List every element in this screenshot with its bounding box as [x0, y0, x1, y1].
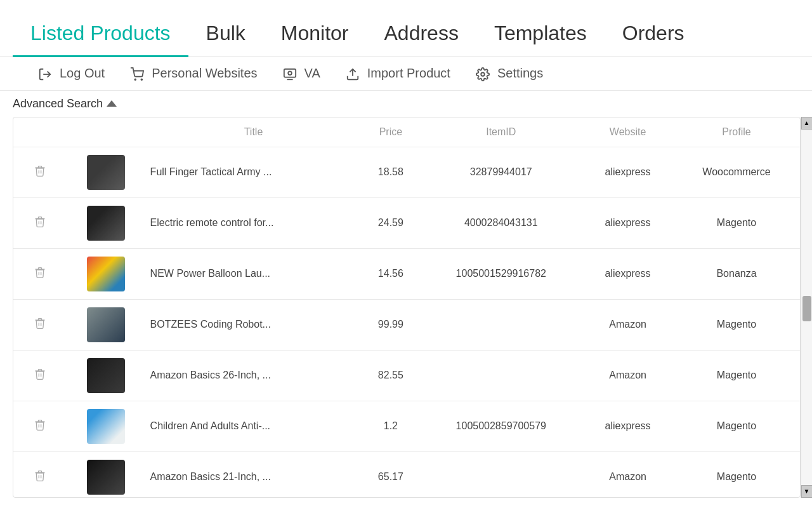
title-cell: Amazon Basics 26-Inch, ... — [145, 350, 362, 401]
advanced-search-label: Advanced Search — [13, 97, 103, 110]
item-id-cell — [419, 451, 582, 498]
import-product-button[interactable]: Import Product — [346, 66, 450, 81]
delete-icon[interactable] — [29, 471, 51, 485]
product-image — [87, 206, 125, 241]
delete-cell[interactable] — [13, 197, 67, 248]
image-cell — [67, 401, 145, 451]
website-cell: Amazon — [582, 451, 673, 498]
profile-cell: Magento — [673, 451, 800, 498]
import-icon — [346, 66, 362, 81]
nav-monitor[interactable]: Monitor — [263, 22, 367, 57]
nav-address[interactable]: Address — [367, 22, 476, 57]
image-cell — [67, 197, 145, 248]
image-cell — [67, 350, 145, 401]
delete-cell[interactable] — [13, 248, 67, 299]
profile-cell: Woocommerce — [673, 147, 800, 197]
delete-cell[interactable] — [13, 451, 67, 498]
va-label: VA — [304, 66, 320, 81]
profile-cell: Magento — [673, 350, 800, 401]
table-row: Full Finger Tactical Army ... 18.58 3287… — [13, 147, 800, 197]
image-cell — [67, 248, 145, 299]
item-id-cell: 4000284043131 — [419, 197, 582, 248]
svg-rect-10 — [36, 320, 44, 321]
scrollbar[interactable]: ▲ ▼ — [801, 117, 812, 498]
website-cell: Amazon — [582, 350, 673, 401]
nav-bulk[interactable]: Bulk — [188, 22, 263, 57]
nav-listed-products[interactable]: Listed Products — [13, 22, 188, 57]
profile-cell: Magento — [673, 197, 800, 248]
scrollbar-thumb[interactable] — [802, 296, 811, 321]
svg-rect-12 — [36, 422, 44, 423]
image-cell — [67, 299, 145, 350]
item-id-cell: 1005001529916782 — [419, 248, 582, 299]
profile-cell: Bonanza — [673, 248, 800, 299]
product-image — [87, 257, 125, 291]
svg-point-4 — [288, 71, 292, 75]
table-row: Electric remote control for... 24.59 400… — [13, 197, 800, 248]
va-button[interactable]: VA — [283, 66, 320, 81]
delete-icon[interactable] — [29, 319, 51, 333]
col-title: Title — [145, 117, 362, 147]
table-row: BOTZEES Coding Robot... 99.99 Amazon Mag… — [13, 299, 800, 350]
delete-cell[interactable] — [13, 350, 67, 401]
price-cell: 65.17 — [362, 451, 419, 498]
logout-icon — [38, 66, 55, 81]
item-id-cell: 32879944017 — [419, 147, 582, 197]
price-cell: 1.2 — [362, 401, 419, 451]
profile-cell: Magento — [673, 299, 800, 350]
website-cell: aliexpress — [582, 248, 673, 299]
col-website: Website — [582, 117, 673, 147]
product-image — [87, 409, 125, 444]
va-icon — [283, 66, 299, 81]
logout-button[interactable]: Log Out — [38, 66, 105, 81]
import-product-label: Import Product — [367, 66, 450, 81]
delete-cell[interactable] — [13, 401, 67, 451]
gear-icon — [476, 66, 492, 81]
delete-icon[interactable] — [29, 166, 51, 180]
col-profile: Profile — [673, 117, 800, 147]
delete-cell[interactable] — [13, 147, 67, 197]
personal-websites-label: Personal Websites — [152, 66, 257, 81]
scroll-up-button[interactable]: ▲ — [801, 117, 813, 130]
website-cell: aliexpress — [582, 401, 673, 451]
settings-button[interactable]: Settings — [476, 66, 543, 81]
logout-label: Log Out — [60, 66, 105, 81]
nav-orders[interactable]: Orders — [605, 22, 702, 57]
table-row: Amazon Basics 21-Inch, ... 65.17 Amazon … — [13, 451, 800, 498]
item-id-cell — [419, 299, 582, 350]
product-image — [87, 307, 125, 342]
nav-templates[interactable]: Templates — [476, 22, 605, 57]
svg-rect-9 — [36, 269, 44, 271]
website-cell: Amazon — [582, 299, 673, 350]
col-item-id: ItemID — [419, 117, 582, 147]
delete-cell[interactable] — [13, 299, 67, 350]
price-cell: 24.59 — [362, 197, 419, 248]
col-image — [67, 117, 145, 147]
delete-icon[interactable] — [29, 268, 51, 282]
delete-icon[interactable] — [29, 420, 51, 434]
item-id-cell — [419, 350, 582, 401]
price-cell: 14.56 — [362, 248, 419, 299]
delete-icon[interactable] — [29, 370, 51, 384]
website-cell: aliexpress — [582, 147, 673, 197]
profile-cell: Magento — [673, 401, 800, 451]
scroll-down-button[interactable]: ▼ — [801, 485, 813, 498]
image-cell — [67, 147, 145, 197]
svg-rect-7 — [36, 168, 44, 169]
personal-websites-button[interactable]: Personal Websites — [130, 66, 257, 81]
svg-point-6 — [481, 72, 485, 76]
table-row: Amazon Basics 26-Inch, ... 82.55 Amazon … — [13, 350, 800, 401]
advanced-search-bar[interactable]: Advanced Search — [0, 91, 812, 117]
title-cell: Amazon Basics 21-Inch, ... — [145, 451, 362, 498]
price-cell: 99.99 — [362, 299, 419, 350]
website-cell: aliexpress — [582, 197, 673, 248]
advanced-search-toggle-icon — [107, 100, 117, 107]
delete-icon[interactable] — [29, 217, 51, 231]
svg-rect-11 — [36, 371, 44, 372]
svg-point-1 — [135, 79, 136, 80]
settings-label: Settings — [497, 66, 543, 81]
product-image — [87, 155, 125, 190]
svg-rect-13 — [36, 472, 44, 474]
products-table: Title Price ItemID Website Profile — [13, 117, 800, 498]
col-delete — [13, 117, 67, 147]
